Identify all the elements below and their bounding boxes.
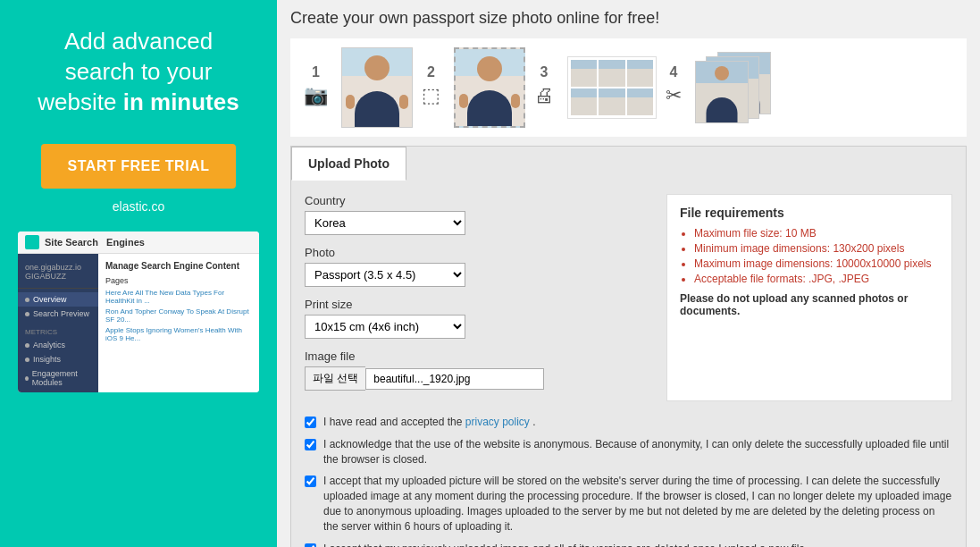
- file-req-title: File requirements: [680, 206, 939, 220]
- country-select[interactable]: Korea USA UK Germany France Japan: [305, 211, 465, 235]
- ad-page-link-2[interactable]: Apple Stops Ignoring Women's Health With…: [105, 326, 252, 342]
- checkbox-1-label: I have read and accepted the privacy pol…: [323, 415, 536, 430]
- page-title: Create your own passport size photo onli…: [290, 9, 967, 28]
- person-head: [477, 56, 502, 81]
- file-req-item-2: Maximum image dimensions: 10000x10000 pi…: [694, 257, 939, 270]
- image-file-group: Image file 파일 선택 beautiful..._1920.jpg: [305, 349, 653, 391]
- print-size-select[interactable]: 10x15 cm (4x6 inch) 13x18 cm (5x7 inch) …: [305, 315, 465, 339]
- checkbox-4-label: I accept that my previously uploaded ima…: [323, 542, 808, 547]
- printer-icon: 🖨: [534, 84, 554, 107]
- ad-logo: [25, 235, 39, 249]
- ad-app-title: Site Search Engines: [45, 237, 145, 248]
- privacy-policy-link[interactable]: privacy policy: [465, 416, 530, 428]
- camera-icon: 📷: [304, 84, 328, 107]
- image-file-label: Image file: [305, 349, 653, 363]
- ad-manage-title: Manage Search Engine Content: [105, 261, 252, 271]
- ad-sidebar: one.gigabuzz.io GIGABUZZ Overview Search…: [18, 254, 98, 392]
- checkbox-3-label: I accept that my uploaded picture will b…: [323, 474, 952, 534]
- ad-nav-dot: [25, 343, 29, 348]
- person-thumb-left: [459, 94, 468, 108]
- file-choose-button[interactable]: 파일 선택: [305, 366, 365, 391]
- ad-nav-item-search-preview[interactable]: Search Preview: [18, 307, 98, 321]
- step1-photo: [341, 47, 413, 128]
- file-req-item-0: Maximum file size: 10 MB: [694, 227, 939, 240]
- step2-photo: [454, 47, 525, 128]
- file-req-item-1: Minimum image dimensions: 130x200 pixels: [694, 242, 939, 255]
- tab-bar: Upload Photo: [291, 147, 966, 181]
- file-requirements-box: File requirements Maximum file size: 10 …: [666, 194, 952, 401]
- ad-domain: elastic.co: [113, 199, 164, 214]
- ad-headline: Add advanced search to your website in m…: [38, 27, 239, 117]
- person-head: [715, 66, 729, 80]
- print-size-group: Print size 10x15 cm (4x6 inch) 13x18 cm …: [305, 298, 653, 339]
- checkbox-4[interactable]: [305, 543, 316, 547]
- ad-headline-line2: search to your: [65, 58, 213, 85]
- steps-row: 1 📷 2 ⬚ 3 🖨: [290, 38, 967, 137]
- person-thumb-right: [399, 95, 408, 109]
- ad-headline-line3: website: [38, 88, 122, 115]
- checkbox-section: I have read and accepted the privacy pol…: [291, 415, 966, 547]
- country-label: Country: [305, 194, 653, 207]
- ad-nav-item-overview[interactable]: Overview: [18, 292, 98, 307]
- ad-metrics-section: METRICS: [18, 324, 98, 338]
- mini-photo: [627, 60, 653, 87]
- photo-group: Photo Passport (3.5 x 4.5) Visa ID Card: [305, 246, 653, 287]
- checkbox-2[interactable]: [305, 439, 316, 450]
- checkbox-row-2: I acknowledge that the use of the websit…: [305, 437, 952, 467]
- step-2: 2 ⬚: [422, 64, 440, 111]
- ad-screenshot-header: Site Search Engines: [18, 231, 259, 254]
- ad-page-link-1[interactable]: Ron And Topher Conway To Speak At Disrup…: [105, 307, 252, 324]
- checkbox-1[interactable]: [305, 417, 316, 428]
- ad-page-link-0[interactable]: Here Are All The New Data Types For Heal…: [105, 289, 252, 305]
- file-req-warning: Please do not upload any scanned photos …: [680, 292, 939, 317]
- person-head: [364, 55, 389, 80]
- ad-cta-button[interactable]: START FREE TRIAL: [41, 144, 237, 189]
- mini-photo: [627, 88, 653, 115]
- ad-pages-section: Pages: [105, 276, 252, 285]
- file-name-display: beautiful..._1920.jpg: [365, 368, 544, 390]
- ad-screenshot: Site Search Engines one.gigabuzz.io GIGA…: [18, 231, 259, 392]
- file-req-item-3: Acceptable file formats: .JPG, .JPEG: [694, 273, 939, 285]
- ad-main-content: Manage Search Engine Content Pages Here …: [98, 254, 259, 392]
- mini-photo: [599, 60, 624, 87]
- mini-photo: [599, 88, 624, 115]
- person-body: [707, 97, 738, 122]
- ad-metrics-analytics[interactable]: Analytics: [18, 338, 98, 352]
- ad-screenshot-body: one.gigabuzz.io GIGABUZZ Overview Search…: [18, 254, 259, 392]
- crop-icon: ⬚: [422, 84, 440, 107]
- checkbox-3[interactable]: [305, 475, 316, 487]
- ad-nav-dot: [25, 376, 29, 381]
- ad-nav-dot: [25, 312, 29, 316]
- person-thumb-right: [511, 94, 520, 108]
- person-thumb-left: [346, 95, 355, 109]
- ad-panel: Add advanced search to your website in m…: [0, 0, 277, 547]
- photo-label: Photo: [305, 246, 653, 259]
- step3-grid: [567, 56, 657, 119]
- mini-photo: [571, 88, 597, 115]
- ad-nav-dot: [25, 298, 29, 302]
- country-group: Country Korea USA UK Germany France Japa…: [305, 194, 653, 235]
- photo-select[interactable]: Passport (3.5 x 4.5) Visa ID Card: [305, 263, 465, 287]
- file-req-list: Maximum file size: 10 MB Minimum image d…: [680, 227, 939, 285]
- step-3: 3 🖨: [534, 64, 554, 111]
- step4-card: [695, 61, 749, 123]
- main-content: Create your own passport size photo onli…: [277, 0, 980, 547]
- step-4: 4 ✂: [666, 64, 682, 111]
- checkbox-row-3: I accept that my uploaded picture will b…: [305, 474, 952, 534]
- ad-metrics-engagement[interactable]: Engagement Modules: [18, 366, 98, 390]
- scissors-icon: ✂: [666, 84, 682, 107]
- form-body: Country Korea USA UK Germany France Japa…: [291, 181, 966, 415]
- print-size-label: Print size: [305, 298, 653, 311]
- mini-photo: [571, 60, 597, 87]
- checkbox-row-1: I have read and accepted the privacy pol…: [305, 415, 952, 430]
- ad-divider: [18, 288, 98, 289]
- form-area: Upload Photo Country Korea USA UK German…: [290, 146, 967, 547]
- ad-metrics-insights[interactable]: Insights: [18, 352, 98, 366]
- person-body: [355, 91, 399, 127]
- step-1: 1 📷: [304, 64, 328, 111]
- form-left: Country Korea USA UK Germany France Japa…: [305, 194, 653, 401]
- checkbox-row-4: I accept that my previously uploaded ima…: [305, 542, 952, 547]
- upload-photo-tab[interactable]: Upload Photo: [291, 147, 406, 181]
- step4-stack: [695, 52, 775, 123]
- checkbox-2-label: I acknowledge that the use of the websit…: [323, 437, 952, 467]
